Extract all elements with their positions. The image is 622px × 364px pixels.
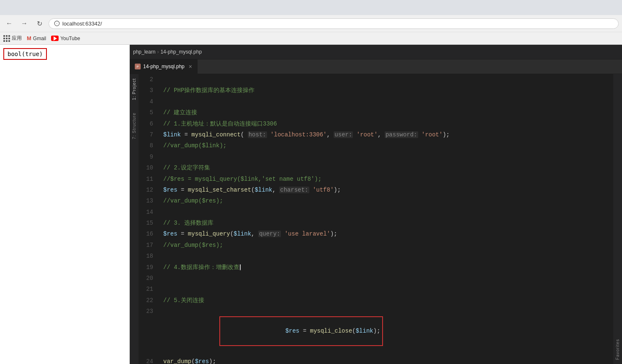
line-code: $res = mysqli_query($link, query: 'use l… xyxy=(160,228,613,239)
comment-text: // PHP操作数据库的基本连接操作 xyxy=(163,87,254,94)
table-row: 5 // 建立连接 xyxy=(139,107,613,118)
code-token: $res xyxy=(285,328,300,334)
line-code xyxy=(160,96,613,107)
line-code: //var_dump($res); xyxy=(160,195,613,206)
bool-true-output: bool(true) xyxy=(3,48,47,60)
line-number: 15 xyxy=(139,218,160,228)
code-token: 'utf8' xyxy=(309,187,334,193)
code-token: 'localhost:3306' xyxy=(267,131,327,138)
right-side-panel: Favorites xyxy=(613,74,622,364)
line-number: 16 xyxy=(139,228,160,239)
code-token: $link xyxy=(234,231,251,237)
comment-text: // 2.设定字符集 xyxy=(163,164,210,171)
line-number: 3 xyxy=(139,85,160,96)
tab-file-icon: P xyxy=(135,64,141,69)
line-code: // 5.关闭连接 xyxy=(160,295,613,306)
breadcrumb-separator: › xyxy=(157,49,159,55)
code-token: host: xyxy=(248,131,267,138)
bookmark-gmail[interactable]: M Gmail xyxy=(27,35,46,41)
line-code: $link = mysqli_connect( host: 'localhost… xyxy=(160,129,613,140)
line-code: //$res = mysqli_query($link,'set name ut… xyxy=(160,174,613,185)
code-token: = xyxy=(177,187,188,193)
comment-text: //var_dump($link); xyxy=(163,142,226,149)
side-panel-structure[interactable]: 7: Structure xyxy=(132,113,136,139)
code-token: mysqli_connect xyxy=(191,131,241,138)
line-number: 5 xyxy=(139,107,160,118)
youtube-label: YouTube xyxy=(60,36,80,41)
code-token: $res xyxy=(163,187,177,193)
code-token: , xyxy=(251,231,258,237)
apps-icon xyxy=(3,35,10,42)
code-token: 'root' xyxy=(418,131,443,138)
bookmarks-bar: 应用 M Gmail YouTube xyxy=(0,32,622,44)
line-number: 12 xyxy=(139,185,160,195)
line-number: 19 xyxy=(139,262,160,273)
lock-icon: i xyxy=(54,21,60,26)
code-token: password: xyxy=(385,131,418,138)
browser-content: bool(true) php_learn › 14-php_mysql.php … xyxy=(0,45,622,364)
line-number: 13 xyxy=(139,195,160,206)
tab-label: 14-php_mysql.php xyxy=(143,64,185,69)
line-number: 11 xyxy=(139,174,160,185)
line-code: //var_dump($res); xyxy=(160,240,613,251)
code-token: $link xyxy=(254,187,272,193)
browser-output-panel: bool(true) xyxy=(0,45,130,364)
code-token: user: xyxy=(334,131,353,138)
back-button[interactable]: ← xyxy=(3,18,15,29)
browser-nav: ← → ↻ i localhost:63342/ xyxy=(0,15,622,32)
side-panel: 1: Project 7: Structure xyxy=(130,74,139,364)
line-number: 10 xyxy=(139,162,160,173)
line-code: //var_dump($link); xyxy=(160,140,613,151)
comment-text: //$res = mysqli_query($link,'set name ut… xyxy=(163,176,321,182)
line-code xyxy=(160,151,613,162)
code-token: ( xyxy=(191,358,195,364)
table-row: 14 xyxy=(139,207,613,218)
line-number: 17 xyxy=(139,240,160,251)
table-row: 11 //$res = mysqli_query($link,'set name… xyxy=(139,174,613,185)
bookmark-youtube[interactable]: YouTube xyxy=(51,36,80,41)
side-panel-favorites[interactable]: Favorites xyxy=(615,339,620,360)
code-token: ( xyxy=(230,231,234,237)
tab-php-mysql[interactable]: P 14-php_mysql.php × xyxy=(130,59,198,74)
code-token: = xyxy=(181,131,191,138)
line-number: 2 xyxy=(139,74,160,85)
table-row: 9 xyxy=(139,151,613,162)
address-bar[interactable]: i localhost:63342/ xyxy=(49,18,619,29)
line-code xyxy=(160,207,613,218)
line-number: 22 xyxy=(139,295,160,306)
table-row: 21 xyxy=(139,284,613,295)
code-token: mysqli_set_charset xyxy=(188,187,251,193)
code-token: ); xyxy=(330,231,337,237)
side-panel-project[interactable]: 1: Project xyxy=(132,78,136,100)
line-code: // PHP操作数据库的基本连接操作 xyxy=(160,85,613,96)
code-token: , xyxy=(272,187,279,193)
youtube-play-icon xyxy=(54,36,57,41)
browser-chrome: ← → ↻ i localhost:63342/ 应用 M Gmail xyxy=(0,0,622,45)
breadcrumb-project: php_learn xyxy=(133,49,155,55)
comment-text: // 建立连接 xyxy=(163,109,197,116)
tab-close-button[interactable]: × xyxy=(189,63,192,70)
table-row: 23 $res = mysqli_close($link); xyxy=(139,306,613,356)
table-row: 19 // 4.数据库操作：增删改查 xyxy=(139,262,613,273)
reload-button[interactable]: ↻ xyxy=(33,18,45,29)
code-token: 'root' xyxy=(353,131,378,138)
table-row: 24 var_dump($res); xyxy=(139,356,613,364)
line-code: // 建立连接 xyxy=(160,107,613,118)
code-token: = xyxy=(177,231,188,237)
gmail-label: Gmail xyxy=(33,36,46,41)
table-row: 7 $link = mysqli_connect( host: 'localho… xyxy=(139,129,613,140)
line-code xyxy=(160,273,613,284)
line-code: $res = mysqli_close($link); xyxy=(160,306,613,356)
forward-button[interactable]: → xyxy=(18,18,30,29)
bookmark-apps[interactable]: 应用 xyxy=(3,35,22,42)
code-editor[interactable]: 2 3 // PHP操作数据库的基本连接操作 4 xyxy=(139,74,613,364)
line-number: 24 xyxy=(139,356,160,364)
comment-text: //var_dump($res); xyxy=(163,197,223,204)
table-row: 2 xyxy=(139,74,613,85)
line-number: 8 xyxy=(139,140,160,151)
table-row: 4 xyxy=(139,96,613,107)
line-number: 9 xyxy=(139,151,160,162)
line-number: 20 xyxy=(139,273,160,284)
ide-container: php_learn › 14-php_mysql.php P 14-php_my… xyxy=(130,45,622,364)
table-row: 12 $res = mysqli_set_charset($link, char… xyxy=(139,185,613,195)
